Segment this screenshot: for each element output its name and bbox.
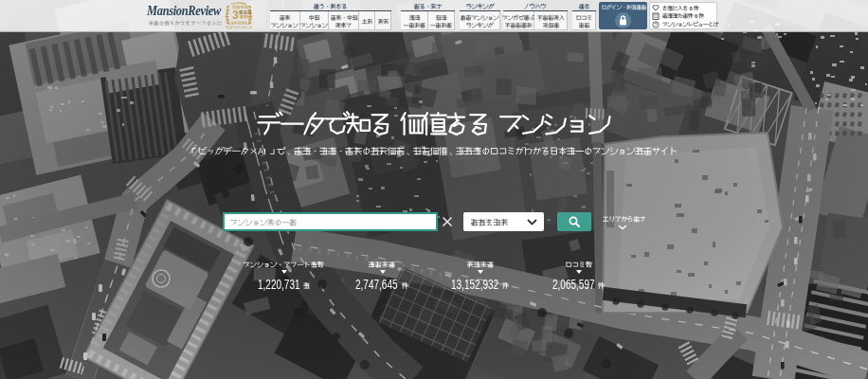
svg-text:3: 3 (232, 9, 239, 22)
svg-text:AI: AI (258, 147, 266, 156)
svg-text:?: ? (655, 22, 658, 27)
svg-text:0: 0 (695, 13, 697, 19)
svg-text:0: 0 (690, 5, 693, 10)
